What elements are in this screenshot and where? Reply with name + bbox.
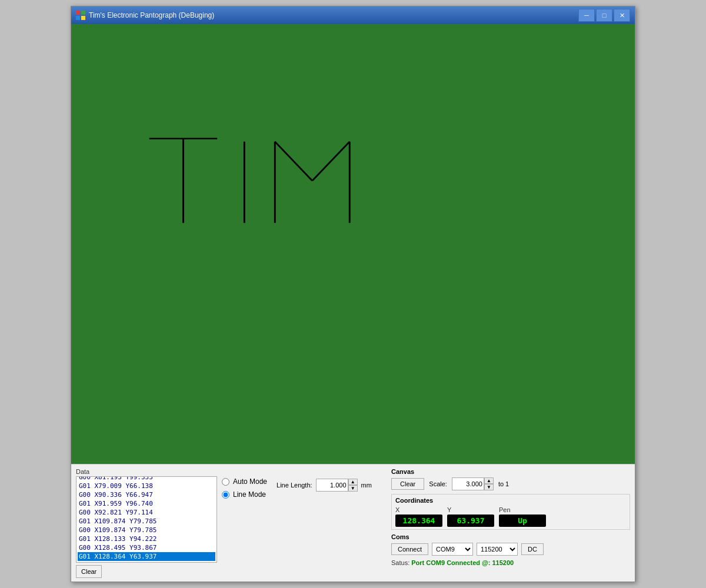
title-bar: Tim's Electronic Pantograph (DeBuging) ─…: [71, 6, 635, 24]
maximize-button[interactable]: □: [596, 9, 612, 22]
canvas-controls-label: Canvas: [391, 468, 630, 475]
status-prefix: Satus:: [391, 559, 409, 566]
data-list-item[interactable]: G00 X81.193 Y99.333: [78, 476, 215, 482]
y-value: 63.937: [447, 514, 494, 527]
auto-mode-radio[interactable]: [222, 478, 229, 486]
line-length-down-button[interactable]: ▼: [348, 485, 358, 492]
svg-rect-0: [76, 11, 80, 15]
pen-coord-col: Pen Up: [499, 506, 546, 527]
svg-rect-3: [81, 16, 85, 20]
title-bar-left: Tim's Electronic Pantograph (DeBuging): [76, 11, 214, 20]
status-bar: Satus: Port COM9 Connected @: 115200: [391, 558, 630, 566]
to-one-label: to 1: [498, 480, 509, 487]
coordinates-label: Coordinates: [395, 497, 626, 504]
bottom-panel: Data G01 X50.799 Y66.111G00 X81.193 Y99.…: [71, 464, 635, 582]
data-list-item[interactable]: G01 X128.364 Y63.937: [78, 552, 215, 561]
canvas-controls-row: Clear Scale: ▲ ▼ to 1: [391, 477, 630, 490]
svg-line-9: [312, 142, 349, 181]
data-clear-button[interactable]: Clear: [76, 565, 102, 578]
scale-spinner-buttons: ▲ ▼: [484, 477, 494, 490]
coordinates-row: X 128.364 Y 63.937 Pen Up: [395, 506, 626, 527]
coms-label: Coms: [391, 533, 630, 540]
minimize-button[interactable]: ─: [578, 9, 595, 22]
auto-mode-label: Auto Mode: [233, 477, 267, 486]
pen-value: Up: [499, 514, 546, 527]
connect-button[interactable]: Connect: [391, 543, 428, 555]
coms-section: Coms Connect COM9 115200 DC Satus: Port …: [391, 533, 630, 566]
x-axis-label: X: [395, 506, 442, 513]
data-list-item[interactable]: G00 X92.821 Y97.114: [78, 508, 215, 517]
line-length-up-button[interactable]: ▲: [348, 479, 358, 485]
window-controls: ─ □ ✕: [578, 9, 630, 22]
scale-input[interactable]: [452, 477, 484, 490]
scale-label: Scale:: [429, 480, 447, 487]
auto-mode-row: Auto Mode: [222, 477, 267, 486]
data-list-item[interactable]: G01 X79.009 Y66.138: [78, 482, 215, 490]
right-panel: Canvas Clear Scale: ▲ ▼ to 1 Coor: [391, 468, 630, 578]
line-mode-row: Line Mode: [222, 490, 267, 499]
line-length-spinner: ▲ ▼: [316, 479, 358, 492]
line-length-input[interactable]: [316, 479, 348, 492]
dc-button[interactable]: DC: [521, 543, 544, 555]
pen-label: Pen: [499, 506, 546, 513]
coordinates-section: Coordinates X 128.364 Y 63.937 Pen Up: [391, 494, 630, 530]
svg-rect-1: [81, 11, 85, 15]
x-coord-col: X 128.364: [395, 506, 442, 527]
data-panel: Data G01 X50.799 Y66.111G00 X81.193 Y99.…: [76, 468, 217, 578]
data-list-item[interactable]: G01 X128.133 Y94.222: [78, 534, 215, 543]
data-list-item[interactable]: G00 X90.336 Y66.947: [78, 490, 215, 499]
line-length-label: Line Length:: [277, 482, 312, 489]
scale-down-button[interactable]: ▼: [484, 484, 494, 490]
line-length-spinner-buttons: ▲ ▼: [348, 479, 358, 492]
app-icon: [76, 11, 85, 20]
coms-row: Connect COM9 115200 DC: [391, 543, 630, 556]
scale-up-button[interactable]: ▲: [484, 477, 494, 484]
baud-rate-select[interactable]: 115200: [477, 543, 518, 556]
com-port-select[interactable]: COM9: [432, 543, 473, 556]
main-window: Tim's Electronic Pantograph (DeBuging) ─…: [71, 6, 635, 582]
svg-line-8: [275, 142, 312, 181]
status-value: Port COM9 Connected @: 115200: [411, 559, 514, 566]
x-value: 128.364: [395, 514, 442, 527]
data-list-item[interactable]: G01 X109.874 Y79.785: [78, 517, 215, 526]
svg-rect-2: [76, 16, 80, 20]
canvas-clear-button[interactable]: Clear: [391, 478, 424, 490]
controls-panel: Auto Mode Line Mode Line Length: ▲ ▼: [222, 468, 387, 578]
data-panel-label: Data: [76, 468, 217, 475]
mm-label: mm: [361, 482, 372, 489]
line-mode-radio[interactable]: [222, 491, 229, 499]
data-list-item[interactable]: G00 X109.874 Y79.785: [78, 526, 215, 534]
window-title: Tim's Electronic Pantograph (DeBuging): [89, 11, 214, 19]
close-button[interactable]: ✕: [614, 9, 630, 22]
canvas-controls: Canvas Clear Scale: ▲ ▼ to 1: [391, 468, 630, 490]
drawing-canvas[interactable]: [71, 24, 635, 464]
data-list[interactable]: G01 X50.799 Y66.111G00 X81.193 Y99.333G0…: [76, 476, 217, 563]
y-axis-label: Y: [447, 506, 494, 513]
line-mode-label: Line Mode: [233, 490, 266, 499]
scale-spinner: ▲ ▼: [452, 477, 494, 490]
y-coord-col: Y 63.937: [447, 506, 494, 527]
data-list-item[interactable]: G00 X128.495 Y93.867: [78, 543, 215, 552]
data-list-item[interactable]: G01 X91.959 Y96.740: [78, 499, 215, 508]
